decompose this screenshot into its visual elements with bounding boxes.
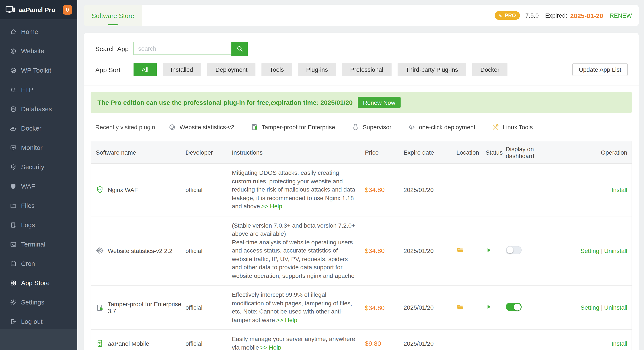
sidebar-item[interactable]: Files — [0, 196, 77, 215]
search-button[interactable] — [232, 42, 248, 56]
app-icon — [96, 339, 104, 348]
column-header: Location — [456, 146, 486, 158]
recent-plugin-label: Website statistics-v2 — [180, 124, 234, 130]
sidebar-item[interactable]: Settings — [0, 292, 77, 312]
search-row: Search App — [84, 42, 639, 56]
recent-plugin-link[interactable]: Linux Tools — [492, 123, 533, 131]
sidebar-item[interactable]: Docker — [0, 118, 77, 138]
sidebar-item[interactable]: FTP — [0, 80, 77, 99]
sidebar-item[interactable]: Logs — [0, 215, 77, 234]
operation-link[interactable]: Setting — [581, 247, 599, 254]
folder-open-icon[interactable] — [456, 246, 464, 254]
recently-visited-row: Recently visited plugin: Website statist… — [84, 120, 549, 134]
sidebar-item-label: Settings — [21, 298, 44, 306]
sidebar-item[interactable]: WP Toolkit — [0, 60, 77, 80]
recent-plugin-link[interactable]: Supervisor — [352, 123, 391, 131]
software-name-cell: Tamper-proof for Enterprise 3.7 — [91, 298, 186, 317]
column-header: Status — [486, 146, 506, 158]
app-icon — [96, 304, 104, 312]
tab-software-store[interactable]: Software Store — [84, 5, 142, 26]
dashboard-toggle[interactable] — [506, 246, 522, 254]
sidebar-item[interactable]: Log out — [0, 312, 77, 331]
renew-link[interactable]: RENEW — [610, 12, 632, 19]
sidebar-item-label: Security — [21, 163, 44, 170]
sort-filter-button[interactable]: Third-party Plug-ins — [398, 63, 466, 76]
operation-link[interactable]: Uninstall — [601, 247, 627, 254]
recent-plugin-link[interactable]: Website statistics-v2 — [168, 123, 234, 131]
operation-link[interactable]: Uninstall — [601, 304, 627, 311]
help-link[interactable]: >> Help — [260, 344, 281, 350]
table-body: Nginx WAF official Mitigating DDOS attac… — [91, 164, 632, 350]
sort-filter-button[interactable]: Deployment — [207, 63, 256, 76]
sidebar-item[interactable]: Databases — [0, 99, 77, 118]
price-cell: $9.80 — [365, 337, 404, 350]
recent-plugin-label: one-click deployment — [419, 124, 475, 130]
sidebar-item[interactable]: Monitor — [0, 138, 77, 157]
license-info: PRO 7.5.0 Expired: 2025-01-20 RENEW — [494, 5, 639, 26]
update-app-list-button[interactable]: Update App List — [572, 63, 628, 76]
developer-cell: official — [186, 337, 232, 349]
sort-filter-button[interactable]: All — [134, 63, 156, 76]
pro-banner: The Pro edition can use the professional… — [90, 92, 632, 113]
price-cell: $34.80 — [365, 184, 404, 196]
recent-plugin-link[interactable]: one-click deployment — [408, 123, 475, 131]
location-cell — [456, 300, 486, 314]
table-header: Software name Developer Instructions Pri… — [91, 141, 632, 164]
help-link[interactable]: >> Help — [261, 203, 282, 210]
search-input[interactable] — [134, 42, 232, 55]
operation-link[interactable]: Install — [612, 340, 627, 347]
expire-date-cell: 2025/01/20 — [404, 302, 456, 314]
play-icon[interactable] — [486, 247, 492, 253]
sidebar-item[interactable]: Website — [0, 41, 77, 60]
notification-badge[interactable]: 0 — [63, 5, 72, 14]
location-cell — [456, 341, 486, 346]
table-row: Website statistics-v2 2.2 official (Stab… — [91, 216, 632, 286]
sort-filter-button[interactable]: Professional — [342, 63, 391, 76]
sidebar-item-icon — [10, 241, 17, 248]
operation-link[interactable]: Setting — [581, 304, 599, 311]
sidebar-footer — [0, 329, 77, 350]
folder-open-icon[interactable] — [456, 303, 464, 311]
sidebar-item[interactable]: Cron — [0, 254, 77, 273]
recently-visited-items: Website statistics-v2 Tamper-proof for E… — [168, 123, 549, 131]
sort-filter-button[interactable]: Docker — [472, 63, 508, 76]
dashboard-toggle[interactable] — [506, 303, 522, 311]
recent-plugin-link[interactable]: Tamper-proof for Enterprise — [250, 123, 335, 131]
sidebar-item-label: Databases — [21, 105, 52, 112]
recent-plugin-icon — [168, 123, 176, 131]
sidebar-item[interactable]: Home — [0, 22, 77, 41]
operation-link[interactable]: Install — [612, 186, 627, 193]
sidebar-item[interactable]: Terminal — [0, 234, 77, 254]
column-header: Developer — [186, 146, 232, 158]
tab-active-underline — [108, 24, 118, 25]
column-header: Price — [365, 146, 404, 158]
display-on-dashboard-cell — [506, 341, 545, 346]
renew-now-button[interactable]: Renew Now — [358, 97, 400, 108]
help-link[interactable]: >> Help — [276, 316, 297, 323]
play-icon[interactable] — [486, 304, 492, 310]
sort-filter-button[interactable]: Tools — [262, 63, 292, 76]
aapanel-logo-icon — [5, 4, 16, 15]
sidebar-item-icon — [10, 202, 17, 209]
sidebar-item-icon — [10, 222, 17, 228]
sidebar-item[interactable]: Security — [0, 157, 77, 176]
app-sort-row: App Sort All Installed Deployment Tools … — [84, 63, 639, 76]
status-cell — [486, 187, 506, 192]
recent-plugin-label: Supervisor — [362, 124, 391, 130]
sidebar-item[interactable]: WAF — [0, 176, 77, 196]
app-root: aaPanel Pro 0 Home Website WP Toolkit — [0, 0, 644, 350]
sidebar-item-label: Cron — [21, 260, 35, 267]
sidebar-item-icon — [10, 125, 17, 132]
sort-filter-button[interactable]: Installed — [162, 63, 201, 76]
column-header: Instructions — [232, 146, 365, 158]
tab-label: Software Store — [92, 12, 134, 19]
sidebar-menu: Home Website WP Toolkit FTP — [0, 19, 77, 331]
sidebar-item-icon — [10, 86, 17, 93]
sort-buttons: All Installed Deployment Tools Plug-ins … — [134, 63, 514, 76]
sort-filter-button[interactable]: Plug-ins — [298, 63, 336, 76]
instructions-text: Easily manage your server anytime, anywh… — [232, 336, 355, 350]
sidebar-item[interactable]: App Store — [0, 273, 77, 292]
developer-cell: official — [186, 184, 232, 196]
column-header: Display on dashboard — [506, 143, 545, 162]
expired-label: Expired: — [545, 12, 567, 19]
